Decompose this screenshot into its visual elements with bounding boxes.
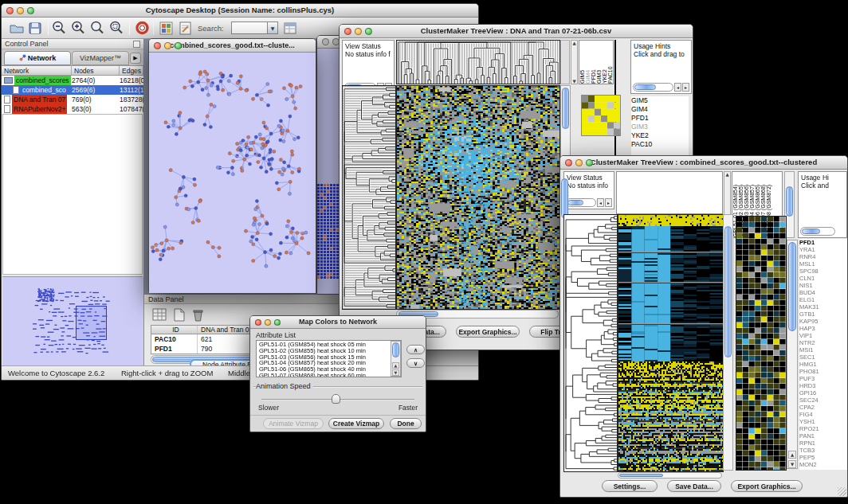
- gene-label[interactable]: PHO81: [799, 368, 847, 375]
- minimize-icon[interactable]: [164, 42, 171, 49]
- gene-dendrogram-canvas[interactable]: [343, 86, 395, 309]
- close-icon[interactable]: [6, 7, 14, 14]
- gene-label[interactable]: HMG1: [799, 361, 847, 368]
- export-graphics-button[interactable]: Export Graphics...: [456, 326, 520, 338]
- scrollbar-thumb[interactable]: [634, 84, 656, 90]
- zoom-selected-icon[interactable]: [108, 20, 125, 37]
- scroll-left-icon[interactable]: ◂: [597, 198, 604, 207]
- gene-label[interactable]: SPC98: [799, 268, 847, 275]
- network-table-header[interactable]: Network Nodes Edges: [2, 66, 143, 76]
- gene-label[interactable]: RPN1: [799, 440, 847, 447]
- done-button[interactable]: Done: [390, 418, 422, 429]
- gene-label[interactable]: CLN1: [799, 275, 847, 282]
- scrollbar-thumb[interactable]: [392, 342, 399, 357]
- network-view-canvas[interactable]: [149, 53, 316, 293]
- close-icon[interactable]: [255, 319, 261, 326]
- column-dendrogram-canvas[interactable]: [397, 41, 559, 84]
- network-list-row[interactable]: RNAPuberNov2+563(0)107847(0): [2, 104, 143, 114]
- create-vizmap-button[interactable]: Create Vizmap: [328, 418, 384, 429]
- help-lifering-icon[interactable]: [134, 20, 151, 37]
- zoom-out-icon[interactable]: [51, 20, 68, 37]
- view-status-scrollbar[interactable]: ◂ ▸: [566, 198, 612, 207]
- zoom-fit-icon[interactable]: [89, 20, 106, 37]
- gene-label[interactable]: MON2: [799, 461, 847, 468]
- gene-label[interactable]: ELG1: [799, 296, 847, 303]
- speed-slider-thumb[interactable]: [332, 394, 340, 404]
- gene-label[interactable]: PAC10: [631, 140, 689, 149]
- minimize-icon[interactable]: [575, 159, 583, 166]
- gene-label[interactable]: TCB3: [799, 447, 847, 454]
- gene-label[interactable]: MSI1: [799, 346, 847, 354]
- table-grid-icon[interactable]: [152, 307, 167, 326]
- gene-label[interactable]: FIG4: [799, 411, 847, 418]
- new-network-icon[interactable]: [158, 20, 175, 37]
- map-colors-dialog[interactable]: Map Colors to Network Attribute List GPL…: [249, 315, 426, 432]
- column-label[interactable]: PAC10: [607, 41, 613, 84]
- network-overview-panel[interactable]: [2, 276, 143, 366]
- scroll-right-icon[interactable]: ▸: [682, 83, 689, 92]
- usage-hints-scrollbar[interactable]: [800, 227, 835, 236]
- more-tabs-button[interactable]: ▶: [130, 53, 141, 64]
- zoom-window-icon[interactable]: [175, 42, 182, 49]
- gene-label[interactable]: MAK31: [799, 303, 847, 311]
- network-overview-canvas[interactable]: [2, 277, 143, 367]
- dialog-title-bar[interactable]: Map Colors to Network: [250, 316, 426, 329]
- zoom-window-icon[interactable]: [27, 7, 34, 14]
- gene-list-vscrollbar[interactable]: ▲ ▼: [787, 240, 798, 469]
- column-label[interactable]: YKE2: [602, 41, 607, 84]
- scrollbar-thumb[interactable]: [724, 226, 732, 357]
- close-icon[interactable]: [344, 28, 351, 35]
- gene-label[interactable]: YSH1: [799, 418, 847, 425]
- treeview-dna-title-bar[interactable]: ClusterMaker TreeView : DNA and Tran 07-…: [340, 25, 693, 38]
- scroll-up-icon[interactable]: ▲: [392, 362, 399, 369]
- gene-label[interactable]: SEC24: [799, 397, 847, 404]
- gene-label[interactable]: RNR4: [799, 253, 847, 260]
- scrollbar-thumb[interactable]: [788, 242, 796, 331]
- move-down-button[interactable]: ∨: [406, 358, 425, 368]
- scroll-left-icon[interactable]: ◂: [674, 83, 681, 92]
- gene-label[interactable]: PAN1: [799, 432, 847, 440]
- delete-attribute-trash-icon[interactable]: [190, 307, 206, 326]
- open-file-icon[interactable]: [8, 20, 25, 37]
- usage-hints-scrollbar[interactable]: ◂ ▸: [633, 83, 689, 92]
- gene-label[interactable]: YRA1: [799, 246, 847, 253]
- attribute-list-vscrollbar[interactable]: ▲ ▼: [391, 341, 401, 377]
- scroll-right-icon[interactable]: ▸: [605, 198, 612, 207]
- attribute-browser-icon[interactable]: [282, 20, 299, 37]
- gene-label[interactable]: BUD4: [799, 289, 847, 296]
- gene-label[interactable]: CPA2: [799, 404, 847, 411]
- scrollbar-thumb[interactable]: [567, 200, 583, 205]
- gene-label[interactable]: GIM4: [631, 105, 689, 114]
- network-tree-empty-area[interactable]: [2, 114, 143, 275]
- scroll-down-icon[interactable]: ▼: [392, 369, 399, 376]
- gene-label[interactable]: YKE2: [631, 131, 689, 140]
- scroll-up-icon[interactable]: ▲: [724, 172, 730, 177]
- search-input[interactable]: [231, 21, 268, 34]
- gene-label[interactable]: PUF3: [799, 375, 847, 382]
- column-label[interactable]: GIM5: [579, 41, 585, 84]
- gene-label[interactable]: GTB1: [799, 311, 847, 318]
- gene-label[interactable]: PFD1: [631, 114, 689, 123]
- zoom-heatmap-canvas[interactable]: [581, 95, 621, 136]
- attribute-listbox[interactable]: GPL51-01 (GSM854) heat shock 05 minGPL51…: [256, 340, 402, 377]
- animate-vizmap-button[interactable]: Animate Vizmap: [263, 418, 324, 429]
- scroll-up-icon[interactable]: ▲: [788, 451, 796, 459]
- scroll-down-icon[interactable]: ▼: [571, 79, 577, 84]
- close-icon[interactable]: [154, 42, 161, 49]
- save-data-button[interactable]: Save Data...: [667, 480, 721, 492]
- global-heatmap-canvas[interactable]: [618, 215, 723, 471]
- settings-button[interactable]: Settings...: [602, 480, 658, 492]
- column-label[interactable]: GIM3: [596, 41, 602, 84]
- column-label[interactable]: PFD1: [591, 41, 596, 84]
- search-dropdown-icon[interactable]: ▼: [268, 21, 278, 34]
- zoom-window-icon[interactable]: [274, 319, 281, 326]
- gene-label[interactable]: NTR2: [799, 339, 847, 346]
- scrollbar-thumb[interactable]: [802, 229, 820, 234]
- gene-label[interactable]: GIM3: [631, 123, 689, 131]
- scrollbar-thumb[interactable]: [619, 474, 663, 477]
- left-vscrollbar-thumb[interactable]: [561, 178, 568, 218]
- close-icon[interactable]: [322, 38, 329, 45]
- float-panel-icon[interactable]: [133, 41, 140, 48]
- gene-label[interactable]: HRD3: [799, 382, 847, 389]
- gene-label[interactable]: PEP5: [799, 454, 847, 461]
